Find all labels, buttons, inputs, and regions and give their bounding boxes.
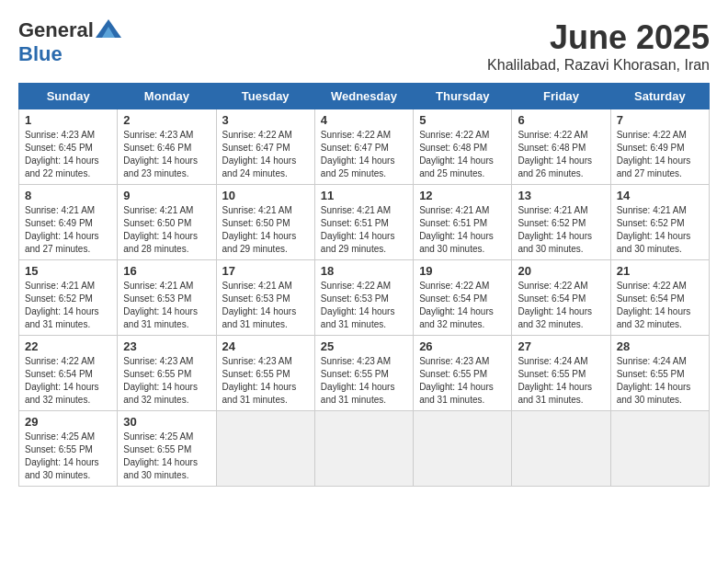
day-cell-30: 30Sunrise: 4:25 AM Sunset: 6:55 PM Dayli… — [118, 411, 216, 487]
day-cell-9: 9Sunrise: 4:21 AM Sunset: 6:50 PM Daylig… — [118, 185, 216, 260]
day-number: 21 — [617, 264, 703, 278]
day-info: Sunrise: 4:24 AM Sunset: 6:55 PM Dayligh… — [518, 355, 604, 407]
day-info: Sunrise: 4:21 AM Sunset: 6:51 PM Dayligh… — [321, 204, 407, 256]
day-cell-2: 2Sunrise: 4:23 AM Sunset: 6:46 PM Daylig… — [118, 109, 216, 185]
day-number: 9 — [123, 189, 210, 202]
day-number: 3 — [222, 113, 309, 127]
day-cell-6: 6Sunrise: 4:22 AM Sunset: 6:48 PM Daylig… — [512, 109, 610, 185]
day-number: 26 — [419, 339, 506, 353]
day-header-thursday: Thursday — [414, 84, 512, 109]
day-number: 1 — [25, 113, 111, 127]
day-info: Sunrise: 4:21 AM Sunset: 6:53 PM Dayligh… — [222, 280, 309, 331]
day-info: Sunrise: 4:23 AM Sunset: 6:45 PM Dayligh… — [25, 129, 111, 180]
day-info: Sunrise: 4:21 AM Sunset: 6:52 PM Dayligh… — [25, 280, 111, 331]
day-header-friday: Friday — [512, 84, 610, 109]
day-cell-7: 7Sunrise: 4:22 AM Sunset: 6:49 PM Daylig… — [610, 109, 709, 185]
day-cell-11: 11Sunrise: 4:21 AM Sunset: 6:51 PM Dayli… — [314, 185, 413, 260]
day-info: Sunrise: 4:22 AM Sunset: 6:54 PM Dayligh… — [518, 280, 604, 331]
logo-blue-text: Blue — [18, 42, 63, 66]
day-info: Sunrise: 4:21 AM Sunset: 6:52 PM Dayligh… — [518, 204, 604, 256]
day-info: Sunrise: 4:22 AM Sunset: 6:54 PM Dayligh… — [419, 280, 506, 331]
month-title: June 2025 — [487, 18, 710, 57]
day-cell-25: 25Sunrise: 4:23 AM Sunset: 6:55 PM Dayli… — [314, 336, 413, 411]
day-cell-15: 15Sunrise: 4:21 AM Sunset: 6:52 PM Dayli… — [19, 260, 118, 336]
day-cell-1: 1Sunrise: 4:23 AM Sunset: 6:45 PM Daylig… — [19, 109, 118, 185]
day-info: Sunrise: 4:23 AM Sunset: 6:55 PM Dayligh… — [419, 355, 506, 407]
empty-cell — [314, 411, 413, 487]
day-cell-4: 4Sunrise: 4:22 AM Sunset: 6:47 PM Daylig… — [314, 109, 413, 185]
day-number: 11 — [321, 189, 407, 202]
day-cell-27: 27Sunrise: 4:24 AM Sunset: 6:55 PM Dayli… — [512, 336, 610, 411]
empty-cell — [414, 411, 512, 487]
day-cell-22: 22Sunrise: 4:22 AM Sunset: 6:54 PM Dayli… — [19, 336, 118, 411]
day-cell-14: 14Sunrise: 4:21 AM Sunset: 6:52 PM Dayli… — [610, 185, 709, 260]
day-info: Sunrise: 4:22 AM Sunset: 6:54 PM Dayligh… — [617, 280, 703, 331]
day-cell-3: 3Sunrise: 4:22 AM Sunset: 6:47 PM Daylig… — [216, 109, 314, 185]
day-number: 19 — [419, 264, 506, 278]
day-info: Sunrise: 4:22 AM Sunset: 6:47 PM Dayligh… — [321, 129, 407, 180]
day-number: 30 — [123, 415, 210, 429]
logo: General Blue — [18, 18, 121, 66]
logo-general-text: General — [18, 18, 94, 42]
day-cell-19: 19Sunrise: 4:22 AM Sunset: 6:54 PM Dayli… — [414, 260, 512, 336]
day-cell-24: 24Sunrise: 4:23 AM Sunset: 6:55 PM Dayli… — [216, 336, 314, 411]
day-info: Sunrise: 4:21 AM Sunset: 6:49 PM Dayligh… — [25, 204, 111, 256]
day-cell-12: 12Sunrise: 4:21 AM Sunset: 6:51 PM Dayli… — [414, 185, 512, 260]
day-header-tuesday: Tuesday — [216, 84, 314, 109]
day-info: Sunrise: 4:22 AM Sunset: 6:47 PM Dayligh… — [222, 129, 309, 180]
week-row-4: 22Sunrise: 4:22 AM Sunset: 6:54 PM Dayli… — [19, 336, 710, 411]
day-info: Sunrise: 4:23 AM Sunset: 6:55 PM Dayligh… — [321, 355, 407, 407]
day-cell-21: 21Sunrise: 4:22 AM Sunset: 6:54 PM Dayli… — [610, 260, 709, 336]
day-cell-18: 18Sunrise: 4:22 AM Sunset: 6:53 PM Dayli… — [314, 260, 413, 336]
week-row-1: 1Sunrise: 4:23 AM Sunset: 6:45 PM Daylig… — [19, 109, 710, 185]
day-cell-26: 26Sunrise: 4:23 AM Sunset: 6:55 PM Dayli… — [414, 336, 512, 411]
empty-cell — [610, 411, 709, 487]
day-number: 20 — [518, 264, 604, 278]
day-info: Sunrise: 4:25 AM Sunset: 6:55 PM Dayligh… — [123, 431, 210, 482]
calendar-header-row: SundayMondayTuesdayWednesdayThursdayFrid… — [19, 84, 710, 109]
day-info: Sunrise: 4:22 AM Sunset: 6:49 PM Dayligh… — [617, 129, 703, 180]
day-number: 4 — [321, 113, 407, 127]
day-info: Sunrise: 4:21 AM Sunset: 6:51 PM Dayligh… — [419, 204, 506, 256]
day-info: Sunrise: 4:22 AM Sunset: 6:48 PM Dayligh… — [518, 129, 604, 180]
day-number: 23 — [123, 339, 210, 353]
location-title: Khalilabad, Razavi Khorasan, Iran — [487, 57, 710, 74]
week-row-2: 8Sunrise: 4:21 AM Sunset: 6:49 PM Daylig… — [19, 185, 710, 260]
day-info: Sunrise: 4:22 AM Sunset: 6:54 PM Dayligh… — [25, 355, 111, 407]
day-cell-5: 5Sunrise: 4:22 AM Sunset: 6:48 PM Daylig… — [414, 109, 512, 185]
day-info: Sunrise: 4:22 AM Sunset: 6:48 PM Dayligh… — [419, 129, 506, 180]
day-cell-8: 8Sunrise: 4:21 AM Sunset: 6:49 PM Daylig… — [19, 185, 118, 260]
page-header: General Blue June 2025 Khalilabad, Razav… — [18, 18, 710, 74]
day-cell-23: 23Sunrise: 4:23 AM Sunset: 6:55 PM Dayli… — [118, 336, 216, 411]
day-number: 28 — [617, 339, 703, 353]
day-number: 27 — [518, 339, 604, 353]
day-cell-29: 29Sunrise: 4:25 AM Sunset: 6:55 PM Dayli… — [19, 411, 118, 487]
day-info: Sunrise: 4:21 AM Sunset: 6:52 PM Dayligh… — [617, 204, 703, 256]
day-number: 6 — [518, 113, 604, 127]
week-row-5: 29Sunrise: 4:25 AM Sunset: 6:55 PM Dayli… — [19, 411, 710, 487]
day-number: 15 — [25, 264, 111, 278]
empty-cell — [216, 411, 314, 487]
week-row-3: 15Sunrise: 4:21 AM Sunset: 6:52 PM Dayli… — [19, 260, 710, 336]
day-info: Sunrise: 4:23 AM Sunset: 6:55 PM Dayligh… — [222, 355, 309, 407]
day-number: 5 — [419, 113, 506, 127]
day-number: 18 — [321, 264, 407, 278]
day-number: 22 — [25, 339, 111, 353]
day-number: 13 — [518, 189, 604, 202]
day-number: 17 — [222, 264, 309, 278]
day-number: 14 — [617, 189, 703, 202]
day-number: 8 — [25, 189, 111, 202]
day-cell-10: 10Sunrise: 4:21 AM Sunset: 6:50 PM Dayli… — [216, 185, 314, 260]
day-number: 25 — [321, 339, 407, 353]
day-cell-16: 16Sunrise: 4:21 AM Sunset: 6:53 PM Dayli… — [118, 260, 216, 336]
title-block: June 2025 Khalilabad, Razavi Khorasan, I… — [487, 18, 710, 74]
day-header-saturday: Saturday — [610, 84, 709, 109]
empty-cell — [512, 411, 610, 487]
day-info: Sunrise: 4:25 AM Sunset: 6:55 PM Dayligh… — [25, 431, 111, 482]
day-number: 29 — [25, 415, 111, 429]
day-info: Sunrise: 4:23 AM Sunset: 6:46 PM Dayligh… — [123, 129, 210, 180]
day-number: 12 — [419, 189, 506, 202]
logo-icon — [96, 19, 121, 38]
day-number: 16 — [123, 264, 210, 278]
day-header-monday: Monday — [118, 84, 216, 109]
